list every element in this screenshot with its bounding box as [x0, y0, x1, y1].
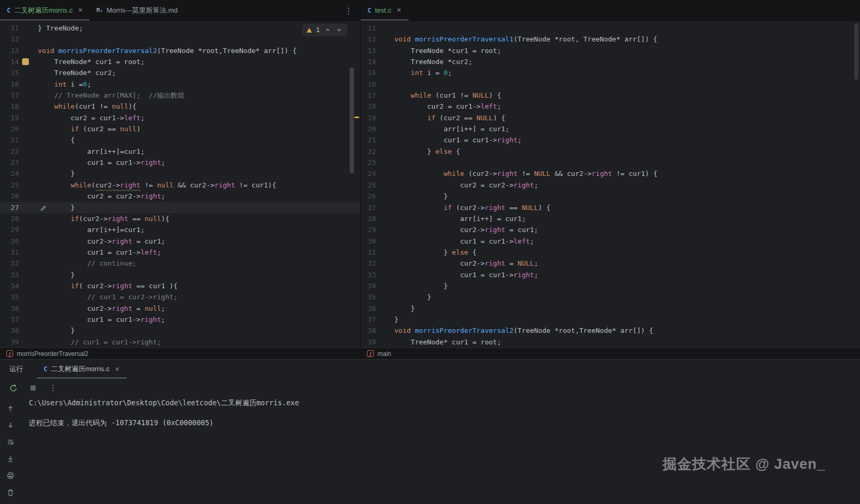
- code-text[interactable]: cur2 = cur1->left;: [376, 101, 501, 112]
- code-text[interactable]: cur1 = cur1->right;: [19, 157, 165, 168]
- code-text[interactable]: cur1 = cur1->left;: [19, 247, 161, 258]
- code-text[interactable]: cur2 = cur1->left;: [19, 112, 145, 123]
- line-number[interactable]: 17: [0, 90, 19, 101]
- line-number[interactable]: 27: [0, 202, 19, 213]
- editor-tab[interactable]: M↓Morris---莫里斯算法.md: [90, 0, 185, 20]
- line-number[interactable]: 39: [361, 337, 376, 348]
- line-number[interactable]: 16: [361, 79, 376, 90]
- line-number[interactable]: 11: [0, 23, 19, 34]
- code-text[interactable]: cur2 = cur2->right;: [19, 191, 165, 202]
- line-number[interactable]: 33: [0, 269, 19, 280]
- line-number[interactable]: 27: [361, 202, 376, 213]
- editor-tab[interactable]: Ctest.c✕: [361, 0, 408, 20]
- line-number[interactable]: 38: [361, 325, 376, 336]
- line-number[interactable]: 33: [361, 269, 376, 280]
- line-number[interactable]: 35: [361, 291, 376, 302]
- line-number[interactable]: 20: [0, 123, 19, 134]
- console-output[interactable]: C:\Users\Administrator\Desktop\Code\leet…: [29, 398, 299, 428]
- code-text[interactable]: TreeNode *cur2;: [376, 56, 473, 67]
- line-number[interactable]: 18: [0, 101, 19, 112]
- line-number[interactable]: 32: [361, 258, 376, 269]
- line-number[interactable]: 36: [0, 303, 19, 314]
- line-number[interactable]: 25: [0, 180, 19, 191]
- line-number[interactable]: 35: [0, 291, 19, 302]
- code-text[interactable]: if( cur2->right == cur1 ){: [19, 280, 177, 291]
- code-text[interactable]: arr[i++] = cur1;: [376, 123, 509, 134]
- code-text[interactable]: }: [19, 168, 75, 179]
- code-text[interactable]: }: [376, 280, 448, 291]
- code-text[interactable]: }: [376, 191, 448, 202]
- code-text[interactable]: cur1 = cur1->right;: [376, 269, 538, 280]
- code-text[interactable]: cur2->right = cur1;: [19, 236, 165, 247]
- line-number[interactable]: 12: [361, 34, 376, 45]
- line-number[interactable]: 23: [0, 157, 19, 168]
- navigate-down-button[interactable]: [5, 419, 16, 431]
- code-text[interactable]: [19, 34, 38, 45]
- line-number[interactable]: 12: [0, 34, 19, 45]
- code-text[interactable]: // TreeNode arr[MAX]; //输出数组: [19, 90, 184, 101]
- code-text[interactable]: cur1 = cur1->left;: [376, 236, 534, 247]
- breadcrumb-function[interactable]: main: [377, 350, 391, 358]
- code-text[interactable]: } else {: [376, 146, 460, 157]
- code-text[interactable]: void morrisPreorderTraversal1(TreeNode *…: [376, 34, 657, 45]
- line-number[interactable]: 34: [0, 280, 19, 291]
- line-number[interactable]: 16: [0, 79, 19, 90]
- code-text[interactable]: while (cur1 != NULL) {: [376, 90, 501, 101]
- code-editor-left[interactable]: 11} TreeNode;1213void morrisPreorderTrav…: [0, 21, 361, 348]
- line-number[interactable]: 32: [0, 258, 19, 269]
- code-editor-right[interactable]: 1112void morrisPreorderTraversal1(TreeNo…: [361, 21, 860, 348]
- scroll-to-end-button[interactable]: [5, 453, 16, 465]
- line-number[interactable]: 14: [0, 56, 19, 67]
- warning-stripe-mark[interactable]: [354, 117, 359, 118]
- close-icon[interactable]: ✕: [78, 7, 82, 14]
- code-text[interactable]: arr[i++]=cur1;: [19, 146, 145, 157]
- line-number[interactable]: 26: [361, 191, 376, 202]
- code-text[interactable]: // cur1 = cur2->right;: [19, 291, 177, 302]
- stop-button[interactable]: [27, 382, 39, 394]
- editor-tab[interactable]: C二叉树遍历morris.c✕: [0, 0, 90, 20]
- breadcrumb-bar-right[interactable]: f main: [361, 348, 860, 359]
- scrollbar-thumb[interactable]: [350, 67, 354, 173]
- line-number[interactable]: 20: [361, 123, 376, 134]
- code-text[interactable]: while(cur1 != null){: [19, 101, 137, 112]
- scrollbar-thumb[interactable]: [854, 23, 858, 80]
- code-text[interactable]: if(cur2->right == null){: [19, 213, 170, 224]
- line-number[interactable]: 28: [361, 213, 376, 224]
- code-text[interactable]: cur2 = cur2->right;: [376, 180, 538, 191]
- more-options-icon[interactable]: ⋮: [47, 382, 59, 394]
- code-text[interactable]: TreeNode* cur1 = root;: [376, 337, 501, 348]
- code-text[interactable]: [376, 79, 394, 90]
- clear-console-button[interactable]: [5, 487, 16, 498]
- code-text[interactable]: }: [19, 202, 75, 213]
- line-number[interactable]: 22: [0, 146, 19, 157]
- code-text[interactable]: cur2->right = null;: [19, 303, 165, 314]
- line-number[interactable]: 21: [361, 134, 376, 145]
- code-text[interactable]: TreeNode *cur1 = root;: [376, 45, 501, 56]
- line-number[interactable]: 24: [361, 168, 376, 179]
- line-number[interactable]: 30: [0, 236, 19, 247]
- line-number[interactable]: 26: [0, 191, 19, 202]
- code-text[interactable]: while(cur2->right != null && cur2->right…: [19, 180, 276, 191]
- code-text[interactable]: cur1 = cur1->right;: [19, 314, 165, 325]
- code-text[interactable]: }: [376, 291, 431, 302]
- code-text[interactable]: int i =0;: [19, 79, 91, 90]
- line-number[interactable]: 11: [361, 23, 376, 34]
- navigate-up-button[interactable]: [5, 403, 16, 414]
- print-button[interactable]: [5, 470, 16, 481]
- line-number[interactable]: 13: [361, 45, 376, 56]
- code-text[interactable]: }: [376, 314, 398, 325]
- code-text[interactable]: // continue;: [19, 258, 137, 269]
- code-text[interactable]: void morrisPreorderTraversal2(TreeNode *…: [19, 45, 297, 56]
- line-number[interactable]: 15: [361, 67, 376, 78]
- run-tool-window-title[interactable]: 运行: [9, 360, 23, 379]
- inspection-widget[interactable]: 1: [302, 24, 348, 36]
- code-text[interactable]: cur1 = cur1->right;: [376, 134, 522, 145]
- line-number[interactable]: 17: [361, 90, 376, 101]
- editor-tab[interactable]: C二叉树遍历morris.c✕: [37, 360, 127, 379]
- line-number[interactable]: 38: [0, 325, 19, 336]
- bookmark-icon[interactable]: [22, 58, 29, 65]
- tab-options-icon[interactable]: ⋮: [344, 0, 353, 21]
- code-text[interactable]: int i = 0;: [376, 67, 452, 78]
- code-text[interactable]: arr[i++] = cur1;: [376, 213, 526, 224]
- code-text[interactable]: }: [19, 269, 75, 280]
